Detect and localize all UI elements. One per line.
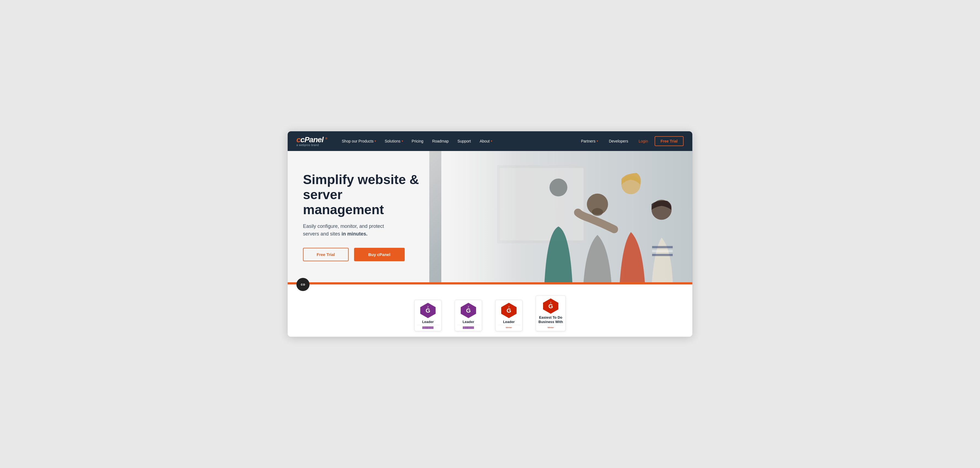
nav-support[interactable]: Support (453, 137, 475, 145)
hero-content: Simplify website & server management Eas… (288, 156, 441, 278)
orange-divider (288, 282, 692, 285)
badge-icon-4: G 2 (542, 298, 559, 314)
badge-icon-2: G 2 (460, 303, 477, 318)
svg-text:2: 2 (550, 301, 551, 304)
badge-bottom-1: ▓▓▓▓▓▓▓ (417, 325, 439, 329)
svg-text:2: 2 (508, 306, 509, 308)
hero-buy-button[interactable]: Buy cPanel (354, 248, 405, 261)
badge-bottom-3: Winter (498, 325, 520, 329)
chevron-down-icon: ▾ (375, 140, 376, 143)
nav-about[interactable]: About ▾ (476, 137, 496, 145)
svg-rect-11 (441, 151, 692, 282)
hero-image (441, 151, 692, 282)
nav-right: Partners ▾ Developers Login Free Trial (577, 136, 684, 146)
hero-title: Simplify website & server management (303, 172, 425, 218)
badge-label-1: Leader (422, 320, 434, 324)
badge-bottom-2: ▓▓▓▓▓▓▓ (457, 325, 480, 329)
logo-tagline: a webpros brand (296, 143, 327, 146)
hero-free-trial-button[interactable]: Free Trial (303, 248, 348, 261)
chevron-down-icon: ▾ (491, 140, 492, 143)
logo: ccPanel ® (296, 135, 327, 144)
badge-label-4: Easiest To Do Business With (538, 315, 563, 324)
hero-wrapper: Simplify website & server management Eas… (288, 151, 692, 285)
badge-leader-3: G 2 Leader Winter (495, 300, 523, 331)
badge-bottom-4: Winter (538, 325, 563, 329)
hero-subtitle: Easily configure, monitor, and protect s… (303, 223, 425, 238)
chevron-down-icon: ▾ (597, 140, 598, 143)
navbar: ccPanel ® a webpros brand Shop our Produ… (288, 131, 692, 151)
browser-frame: ccPanel ® a webpros brand Shop our Produ… (288, 131, 692, 337)
chat-widget[interactable]: co (296, 278, 310, 291)
nav-free-trial-button[interactable]: Free Trial (655, 136, 684, 146)
nav-developers[interactable]: Developers (605, 137, 632, 145)
badge-label-2: Leader (463, 320, 474, 324)
badges-section: G 2 Leader ▓▓▓▓▓▓▓ G 2 Leader ▓▓▓▓▓▓▓ (288, 285, 692, 337)
badge-icon-1: G 2 (420, 303, 436, 318)
nav-partners[interactable]: Partners ▾ (577, 137, 602, 145)
hero-buttons: Free Trial Buy cPanel (303, 248, 425, 261)
login-button[interactable]: Login (635, 137, 651, 145)
nav-solutions[interactable]: Solutions ▾ (381, 137, 407, 145)
svg-text:2: 2 (427, 306, 428, 308)
badge-icon-3: G 2 (501, 303, 517, 318)
svg-text:2: 2 (468, 306, 469, 308)
badge-leader-1: G 2 Leader ▓▓▓▓▓▓▓ (414, 300, 442, 331)
badge-leader-2: G 2 Leader ▓▓▓▓▓▓▓ (455, 300, 482, 331)
chevron-down-icon: ▾ (402, 140, 403, 143)
nav-shop-products[interactable]: Shop our Products ▾ (338, 137, 380, 145)
nav-pricing[interactable]: Pricing (408, 137, 427, 145)
nav-roadmap[interactable]: Roadmap (428, 137, 453, 145)
badge-easiest: G 2 Easiest To Do Business With Winter (536, 295, 566, 331)
hero-section: Simplify website & server management Eas… (288, 151, 692, 282)
logo-area[interactable]: ccPanel ® a webpros brand (296, 135, 327, 146)
badge-label-3: Leader (503, 320, 515, 324)
nav-links: Shop our Products ▾ Solutions ▾ Pricing … (338, 137, 577, 145)
